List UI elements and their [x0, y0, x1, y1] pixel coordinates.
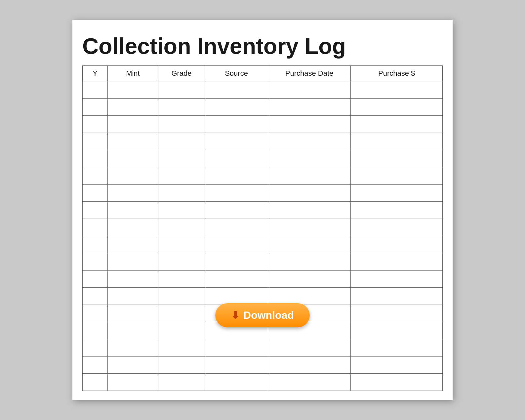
table-cell [83, 133, 108, 150]
table-cell [158, 271, 205, 288]
table-row [83, 150, 443, 167]
table-cell [108, 288, 158, 305]
table-cell [83, 150, 108, 167]
download-button-wrapper: ⬇ Download [215, 303, 310, 327]
table-cell [205, 133, 268, 150]
table-row [83, 133, 443, 150]
table-cell [108, 253, 158, 271]
table-cell [351, 202, 443, 219]
table-cell [268, 99, 350, 116]
table-cell [268, 357, 350, 374]
table-cell [268, 185, 350, 202]
table-cell [205, 357, 268, 374]
table-cell [205, 339, 268, 357]
table-cell [351, 288, 443, 305]
table-row [83, 185, 443, 202]
table-cell [205, 202, 268, 219]
table-cell [108, 116, 158, 133]
col-header-purchase-date: Purchase Date [268, 66, 350, 81]
table-cell [205, 219, 268, 236]
table-row [83, 357, 443, 374]
table-cell [108, 305, 158, 322]
table-cell [83, 339, 108, 357]
table-cell [158, 202, 205, 219]
table-cell [351, 357, 443, 374]
table-cell [108, 339, 158, 357]
table-cell [351, 236, 443, 253]
table-cell [351, 116, 443, 133]
table-cell [158, 219, 205, 236]
table-row [83, 253, 443, 271]
table-cell [108, 271, 158, 288]
table-cell [83, 99, 108, 116]
table-cell [83, 322, 108, 339]
col-header-mint: Mint [108, 66, 158, 81]
col-header-source: Source [205, 66, 268, 81]
download-arrow-icon: ⬇ [231, 310, 239, 321]
table-cell [205, 185, 268, 202]
table-cell [351, 219, 443, 236]
table-cell [108, 185, 158, 202]
table-cell [108, 357, 158, 374]
table-cell [351, 253, 443, 271]
table-cell [351, 133, 443, 150]
table-cell [351, 150, 443, 167]
table-cell [158, 339, 205, 357]
table-cell [158, 99, 205, 116]
table-cell [268, 202, 350, 219]
table-row [83, 288, 443, 305]
table-cell [351, 305, 443, 322]
table-cell [158, 374, 205, 391]
table-cell [158, 167, 205, 185]
table-row [83, 116, 443, 133]
col-header-y: Y [83, 66, 108, 81]
table-cell [108, 236, 158, 253]
table-row [83, 167, 443, 185]
table-cell [268, 219, 350, 236]
table-cell [268, 271, 350, 288]
table-cell [158, 81, 205, 99]
table-cell [205, 271, 268, 288]
table-cell [83, 357, 108, 374]
table-cell [158, 185, 205, 202]
table-cell [158, 116, 205, 133]
table-cell [83, 271, 108, 288]
table-cell [351, 374, 443, 391]
table-cell [83, 219, 108, 236]
table-cell [351, 167, 443, 185]
table-cell [268, 288, 350, 305]
col-header-grade: Grade [158, 66, 205, 81]
table-cell [351, 185, 443, 202]
table-cell [268, 236, 350, 253]
table-cell [205, 236, 268, 253]
table-cell [205, 288, 268, 305]
table-cell [108, 133, 158, 150]
table-cell [351, 322, 443, 339]
download-button[interactable]: ⬇ Download [215, 303, 310, 327]
table-cell [108, 219, 158, 236]
table-cell [268, 167, 350, 185]
table-row [83, 271, 443, 288]
table-row [83, 81, 443, 99]
table-cell [108, 374, 158, 391]
table-cell [83, 81, 108, 99]
table-row [83, 339, 443, 357]
table-row [83, 219, 443, 236]
table-cell [268, 116, 350, 133]
table-cell [351, 99, 443, 116]
inventory-table: Y Mint Grade Source Purchase Date Purcha… [82, 65, 443, 391]
table-cell [158, 288, 205, 305]
table-cell [351, 81, 443, 99]
table-cell [83, 253, 108, 271]
table-cell [83, 288, 108, 305]
table-cell [268, 253, 350, 271]
table-cell [205, 167, 268, 185]
table-cell [268, 374, 350, 391]
table-cell [108, 167, 158, 185]
table-cell [205, 374, 268, 391]
col-header-purchase-price: Purchase $ [351, 66, 443, 81]
table-cell [158, 357, 205, 374]
table-cell [205, 253, 268, 271]
table-cell [158, 150, 205, 167]
table-row [83, 99, 443, 116]
